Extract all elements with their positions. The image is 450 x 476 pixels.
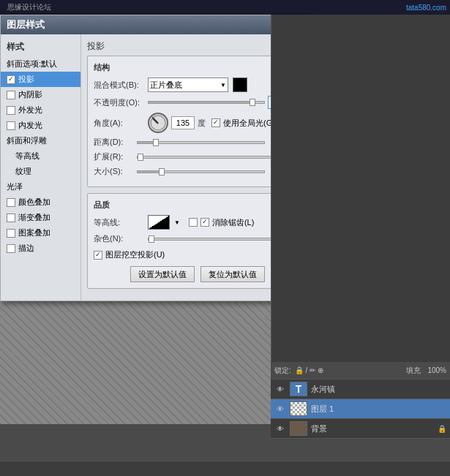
styles-panel-title: 样式	[1, 38, 80, 56]
lock-label: 锁定:	[274, 366, 291, 376]
layer-name-1: 图层 1	[311, 404, 446, 415]
top-bar: 思缘设计论坛 tata580.com	[0, 0, 450, 15]
inner-shadow-label: 内阴影	[18, 89, 42, 100]
size-label: 大小(S):	[94, 166, 134, 177]
angle-input[interactable]	[171, 116, 195, 129]
distance-label: 距离(D):	[94, 137, 134, 148]
global-light-label: 使用全局光(G)	[223, 118, 275, 129]
stroke-label: 描边	[18, 243, 34, 254]
texture-label: 纹理	[15, 166, 31, 177]
style-item-pattern-overlay[interactable]: 图案叠加	[1, 225, 80, 241]
top-bar-title: 思缘设计论坛	[7, 2, 51, 12]
style-item-color-overlay[interactable]: 颜色叠加	[1, 194, 80, 210]
layer-row-bg[interactable]: 👁 背景 🔒	[271, 419, 450, 439]
top-bar-logo: tata580.com	[406, 4, 446, 12]
style-item-satin[interactable]: 光泽	[1, 179, 80, 194]
spread-slider-container	[137, 156, 274, 159]
fill-value: 100%	[427, 366, 446, 374]
spread-slider[interactable]	[137, 156, 274, 159]
noise-slider[interactable]	[148, 238, 274, 241]
angle-unit: 度	[198, 118, 206, 129]
blend-mode-value: 正片叠底	[150, 80, 182, 91]
layers-panel: 锁定: 🔒 / ✏ ⊕ 填充 100% 👁 T 永河镇 👁 图层 1 👁 背景 …	[271, 362, 450, 439]
style-item-gradient-overlay[interactable]: 渐变叠加	[1, 210, 80, 225]
opacity-slider[interactable]	[148, 101, 265, 104]
spread-label: 扩展(R):	[94, 151, 134, 162]
pattern-overlay-checkbox[interactable]	[7, 229, 15, 238]
bevel-label: 斜面和浮雕	[7, 135, 47, 146]
blend-mode-label: 混合模式(B):	[94, 80, 145, 91]
opacity-label: 不透明度(O):	[94, 97, 145, 108]
set-default-button[interactable]: 设置为默认值	[130, 266, 195, 282]
drop-shadow-checkbox[interactable]	[7, 75, 15, 84]
distance-slider[interactable]	[137, 141, 265, 144]
drop-shadow-label: 投影	[18, 74, 34, 85]
anti-alias-checkbox-checked[interactable]	[200, 218, 209, 227]
layer-eye-1[interactable]: 👁	[274, 404, 286, 413]
style-item-drop-shadow[interactable]: 投影	[1, 72, 80, 87]
layer-thumb-bg	[290, 421, 307, 436]
default-item-label: 斜面选项:默认	[7, 58, 57, 69]
inner-glow-checkbox[interactable]	[7, 121, 15, 130]
layer-eye-bg[interactable]: 👁	[274, 424, 286, 433]
anti-alias-checkbox[interactable]	[189, 218, 198, 227]
angle-label: 角度(A):	[94, 118, 145, 129]
dialog-title-text: 图层样式	[7, 18, 45, 31]
style-item-default[interactable]: 斜面选项:默认	[1, 56, 80, 72]
layer-eye-text[interactable]: 👁	[274, 385, 286, 393]
color-overlay-label: 颜色叠加	[18, 197, 50, 208]
inner-glow-label: 内发光	[18, 120, 42, 131]
size-slider[interactable]	[137, 170, 265, 173]
style-item-inner-shadow[interactable]: 内阴影	[1, 87, 80, 102]
layer-name-bg: 背景	[311, 423, 434, 434]
layer-name-text: 永河镇	[311, 384, 446, 395]
blend-mode-select[interactable]: 正片叠底 ▼	[148, 78, 228, 92]
lock-icon: 🔒 / ✏ ⊕	[295, 366, 323, 374]
angle-dial[interactable]	[148, 113, 168, 133]
noise-slider-container	[148, 238, 274, 241]
inner-shadow-checkbox[interactable]	[7, 91, 15, 99]
size-slider-container	[137, 170, 265, 173]
gradient-overlay-checkbox[interactable]	[7, 214, 15, 222]
layer-row-text[interactable]: 👁 T 永河镇	[271, 379, 450, 399]
layer-lock-icon: 🔒	[438, 425, 446, 433]
layer-row-1[interactable]: 👁 图层 1	[271, 399, 450, 419]
fill-label: 填充	[406, 366, 421, 376]
outer-glow-checkbox[interactable]	[7, 106, 15, 115]
noise-label: 杂色(N):	[94, 233, 145, 244]
styles-panel: 样式 斜面选项:默认 投影 内阴影 外发光 内发光 斜面和浮雕	[1, 34, 81, 301]
contour-label: 等高线:	[94, 217, 145, 228]
layer-thumb-1	[290, 401, 307, 416]
reset-default-button[interactable]: 复位为默认值	[200, 266, 265, 282]
style-item-stroke[interactable]: 描边	[1, 241, 80, 256]
anti-alias-label: 消除锯齿(L)	[212, 217, 254, 228]
distance-slider-container	[137, 141, 265, 144]
layer-style-dialog: 图层样式 样式 斜面选项:默认 投影 内阴影 外发光 内发光	[0, 15, 315, 301]
gradient-overlay-label: 渐变叠加	[18, 212, 50, 223]
style-item-bevel[interactable]: 斜面和浮雕	[1, 133, 80, 148]
contour-arrow: ▼	[174, 219, 180, 226]
contour-label: 等高线	[15, 151, 40, 162]
style-item-outer-glow[interactable]: 外发光	[1, 102, 80, 118]
style-item-contour[interactable]: 等高线	[1, 148, 80, 164]
style-item-texture[interactable]: 纹理	[1, 164, 80, 179]
layer-knockout-checkbox[interactable]	[94, 251, 102, 260]
style-item-inner-glow[interactable]: 内发光	[1, 118, 80, 133]
bottom-panel	[0, 461, 450, 476]
layer-thumb-text: T	[290, 382, 307, 396]
contour-preview[interactable]	[148, 215, 170, 230]
satin-label: 光泽	[7, 181, 23, 192]
layer-knockout-label: 图层挖空投影(U)	[105, 249, 165, 260]
stroke-checkbox[interactable]	[7, 244, 15, 253]
outer-glow-label: 外发光	[18, 105, 42, 116]
layers-header: 锁定: 🔒 / ✏ ⊕ 填充 100%	[271, 362, 450, 379]
color-overlay-checkbox[interactable]	[7, 198, 15, 207]
opacity-slider-container	[148, 101, 265, 104]
shadow-color-swatch[interactable]	[233, 78, 247, 92]
dialog-title: 图层样式	[1, 15, 314, 34]
pattern-overlay-label: 图案叠加	[18, 227, 50, 238]
global-light-checkbox[interactable]	[211, 118, 220, 127]
blend-mode-arrow: ▼	[220, 82, 226, 88]
